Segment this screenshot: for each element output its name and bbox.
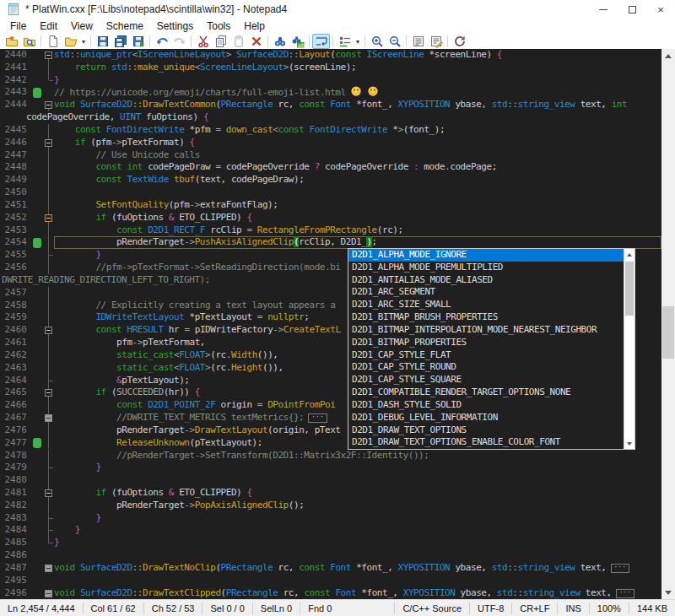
code-text[interactable]: } — [54, 537, 662, 549]
replace-button[interactable]: ab — [289, 34, 306, 49]
save-all-button[interactable] — [111, 34, 129, 49]
code-text[interactable]: // https://unicode.org/emoji/charts/full… — [54, 86, 662, 99]
code-text[interactable]: void SurfaceD2D::DrawTextClipped(PRectan… — [54, 587, 662, 599]
fold-collapse-icon[interactable] — [45, 139, 52, 147]
scroll-down-icon[interactable] — [662, 586, 675, 599]
autocomplete-item[interactable]: D2D1_BITMAP_INTERPOLATION_MODE_NEAREST_N… — [348, 324, 624, 337]
marker-margin[interactable] — [32, 161, 44, 174]
close-button[interactable]: × — [646, 0, 675, 19]
marker-margin[interactable] — [32, 500, 44, 512]
code-text[interactable]: void SurfaceD2D::DrawTextNoClip(PRectang… — [54, 562, 662, 575]
autocomplete-item[interactable]: D2D1_DEBUG_LEVEL_INFORMATION — [348, 412, 624, 424]
marker-margin[interactable] — [32, 236, 44, 249]
editor-scrollbar-thumb[interactable] — [662, 306, 674, 359]
marker-margin[interactable] — [32, 537, 44, 549]
code-text[interactable]: const D2D1_RECT_F rcClip = RectangleFrom… — [54, 224, 662, 237]
code-text[interactable] — [54, 549, 662, 562]
marker-margin[interactable] — [32, 99, 44, 111]
editor-vertical-scrollbar[interactable] — [662, 49, 675, 599]
marker-margin[interactable] — [32, 49, 44, 62]
fold-expand-icon[interactable] — [45, 414, 52, 422]
status-character-position[interactable]: Ch 52 / 53 — [144, 602, 202, 614]
new-file-button[interactable] — [44, 34, 62, 49]
autocomplete-item[interactable]: D2D1_DRAW_TEXT_OPTIONS_ENABLE_COLOR_FONT — [348, 436, 624, 449]
fold-collapse-icon[interactable] — [45, 489, 52, 497]
marker-margin[interactable] — [32, 412, 44, 424]
code-text[interactable]: const int codePageDraw = codePageOverrid… — [54, 161, 662, 174]
autocomplete-scrollbar-thumb[interactable] — [625, 262, 634, 316]
marker-margin[interactable] — [32, 262, 44, 274]
status-find-count[interactable]: Fnd 0 — [300, 602, 339, 614]
view-document-button[interactable] — [409, 34, 427, 49]
marker-margin[interactable] — [32, 399, 44, 412]
menu-item-scheme[interactable]: Scheme — [100, 19, 150, 33]
fold-collapse-icon[interactable] — [45, 51, 52, 59]
open-recent-folder-button[interactable] — [3, 34, 20, 49]
menu-item-edit[interactable]: Edit — [33, 19, 64, 33]
fold-collapse-icon[interactable] — [45, 214, 52, 222]
code-text[interactable]: if (fuOptions & ETO_CLIPPED) { — [54, 487, 662, 500]
reload-button[interactable] — [451, 34, 468, 49]
code-text[interactable]: } — [54, 512, 662, 525]
menu-item-tools[interactable]: Tools — [200, 19, 237, 33]
marker-margin[interactable] — [32, 362, 44, 375]
fold-ellipsis-icon[interactable]: ··· — [616, 589, 634, 598]
autocomplete-item[interactable]: D2D1_ANTIALIAS_MODE_ALIASED — [348, 274, 624, 287]
open-file-button[interactable] — [62, 34, 79, 49]
marker-margin[interactable] — [32, 549, 44, 562]
marker-margin[interactable] — [32, 137, 44, 149]
status-syntax-scheme[interactable]: C/C++ Source — [395, 602, 469, 614]
menu-item-view[interactable]: View — [64, 19, 100, 33]
status-line-ending[interactable]: CR+LF — [512, 602, 557, 614]
scroll-up-icon[interactable] — [662, 49, 675, 62]
status-encoding[interactable]: UTF-8 — [470, 602, 511, 614]
zoom-out-button[interactable] — [386, 34, 403, 49]
marker-margin[interactable] — [32, 300, 44, 312]
menu-item-help[interactable]: Help — [237, 19, 272, 33]
marker-margin[interactable] — [32, 62, 44, 74]
menu-item-file[interactable]: File — [3, 19, 33, 33]
delete-button[interactable] — [247, 34, 265, 49]
marker-margin[interactable] — [32, 375, 44, 387]
marker-margin[interactable] — [32, 249, 44, 262]
open-file-dropdown-caret-icon[interactable]: ▾ — [79, 34, 88, 49]
code-text[interactable] — [54, 474, 662, 487]
marker-margin[interactable] — [32, 212, 44, 224]
scheme-config-dropdown-caret-icon[interactable]: ▾ — [354, 34, 362, 49]
scheme-config-button[interactable] — [336, 34, 354, 49]
marker-margin[interactable] — [32, 386, 44, 399]
status-insert-mode[interactable]: INS — [558, 602, 588, 614]
marker-margin[interactable] — [32, 562, 44, 575]
marker-margin[interactable] — [32, 450, 44, 462]
autocomplete-item[interactable]: D2D1_BITMAP_BRUSH_PROPERTIES — [348, 311, 624, 324]
marker-margin[interactable] — [32, 474, 44, 487]
code-text[interactable] — [54, 575, 662, 587]
code-text[interactable]: } — [54, 462, 662, 474]
modify-document-button[interactable] — [427, 34, 445, 49]
marker-margin[interactable] — [32, 174, 44, 186]
code-text[interactable]: void SurfaceD2D::DrawTextCommon(PRectang… — [54, 99, 662, 111]
marker-margin[interactable] — [32, 287, 44, 300]
save-copy-button[interactable] — [129, 34, 147, 49]
autocomplete-item[interactable]: D2D1_DASH_STYLE_SOLID — [348, 399, 624, 412]
autocomplete-item[interactable]: D2D1_BITMAP_PROPERTIES — [348, 337, 624, 349]
marker-margin[interactable] — [32, 487, 44, 500]
autocomplete-scrollbar[interactable] — [624, 249, 634, 449]
autocomplete-item[interactable]: D2D1_COMPATIBLE_RENDER_TARGET_OPTIONS_NO… — [348, 386, 624, 399]
autocomplete-item[interactable]: D2D1_ARC_SEGMENT — [348, 286, 624, 299]
marker-margin[interactable] — [32, 124, 44, 137]
maximize-button[interactable] — [618, 0, 646, 19]
marker-margin[interactable] — [32, 149, 44, 162]
autocomplete-item[interactable]: D2D1_ALPHA_MODE_IGNORE — [348, 249, 624, 262]
zoom-in-button[interactable] — [368, 34, 386, 49]
code-text[interactable] — [54, 186, 662, 199]
status-selected-lines[interactable]: SelLn 0 — [253, 602, 300, 614]
status-selection-count[interactable]: Sel 0 / 0 — [202, 602, 251, 614]
marker-margin[interactable] — [32, 324, 44, 337]
code-text[interactable]: return std::make_unique<ScreenLineLayout… — [54, 62, 662, 74]
fold-ellipsis-icon[interactable]: ··· — [308, 413, 327, 423]
minimize-button[interactable] — [589, 0, 618, 19]
autocomplete-item[interactable]: D2D1_CAP_STYLE_ROUND — [348, 361, 624, 374]
find-button[interactable] — [271, 34, 289, 49]
code-text[interactable]: pRenderTarget->PopAxisAlignedClip(); — [54, 500, 662, 512]
